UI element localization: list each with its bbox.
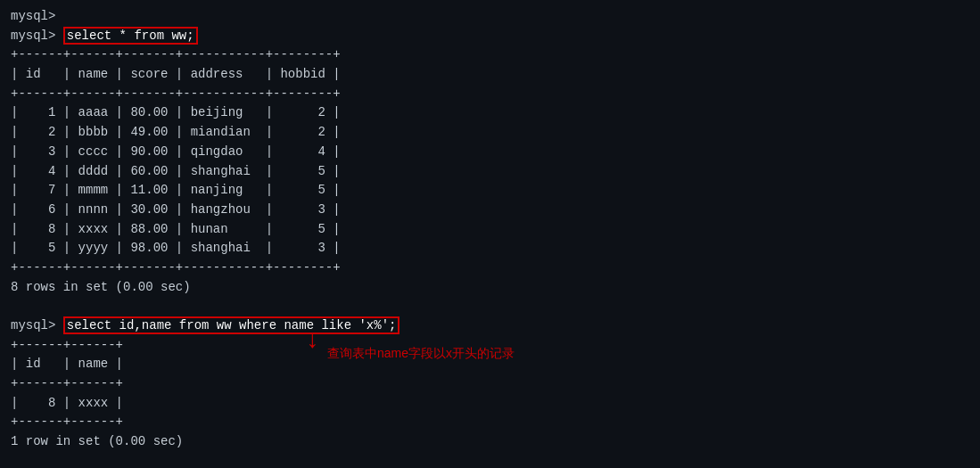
table2-row-1: | 8 | xxxx |: [11, 394, 969, 414]
blank-2: [11, 452, 969, 468]
blank-1: [11, 297, 969, 316]
table-border-2: +------+------+-------+-----------+-----…: [11, 85, 969, 104]
table-row-1: | 1 | aaaa | 80.00 | beijing | 2 |: [11, 103, 969, 123]
table2-border-3: +------+------+: [11, 413, 969, 432]
table-border-1: +------+------+-------+-----------+-----…: [11, 45, 969, 65]
table-row-2: | 2 | bbbb | 49.00 | miandian | 2 |: [11, 123, 969, 143]
prompt-2: mysql>: [11, 29, 63, 43]
terminal-window: mysql> mysql> select * from ww; +------+…: [11, 7, 969, 468]
table-header-1: | id | name | score | address | hobbid |: [11, 65, 969, 85]
table-row-4: | 4 | dddd | 60.00 | shanghai | 5 |: [11, 162, 969, 182]
line-query2: mysql> select id,name from ww where name…: [11, 316, 969, 336]
row-count-1: 8 rows in set (0.00 sec): [11, 278, 969, 298]
annotation-arrow: ↑: [305, 328, 320, 353]
prompt-1: mysql>: [11, 9, 55, 23]
table-row-6: | 6 | nnnn | 30.00 | hangzhou | 3 |: [11, 201, 969, 220]
table-row-7: | 8 | xxxx | 88.00 | hunan | 5 |: [11, 220, 969, 240]
table-row-8: | 5 | yyyy | 98.00 | shanghai | 3 |: [11, 239, 969, 259]
cmd-highlight-1: select * from ww;: [63, 27, 198, 45]
table-border-3: +------+------+-------+-----------+-----…: [11, 259, 969, 278]
prompt-3: mysql>: [11, 318, 63, 333]
table-row-3: | 3 | cccc | 90.00 | qingdao | 4 |: [11, 143, 969, 162]
line-1: mysql>: [11, 7, 969, 27]
line-2: mysql> select * from ww;: [11, 27, 969, 46]
table2-border-2: +------+------+: [11, 374, 969, 394]
annotation-label: 查询表中name字段以x开头的记录: [327, 346, 515, 362]
row-count-2: 1 row in set (0.00 sec): [11, 432, 969, 452]
table-row-5: | 7 | mmmm | 11.00 | nanjing | 5 |: [11, 181, 969, 201]
cmd-highlight-2: select id,name from ww where name like '…: [63, 316, 400, 334]
